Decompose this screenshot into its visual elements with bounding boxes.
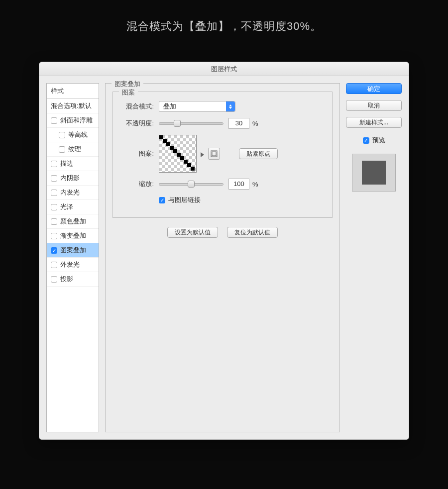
sidebar-checkbox-6[interactable] <box>51 204 57 210</box>
sidebar-item-8[interactable]: 渐变叠加 <box>47 229 99 243</box>
sidebar-checkbox-5[interactable] <box>51 190 57 196</box>
sidebar-item-5[interactable]: 内发光 <box>47 186 99 200</box>
sidebar-label-4: 内阴影 <box>60 174 80 183</box>
caption-text: 混合模式为【叠加】，不透明度30%。 <box>0 19 448 34</box>
pattern-overlay-fieldset: 图案叠加 图案 混合模式: 叠加 不透明度: <box>105 83 340 432</box>
blend-mode-label: 混合模式: <box>120 102 154 111</box>
sidebar-item-2[interactable]: 纹理 <box>47 142 99 157</box>
sidebar-label-2: 纹理 <box>68 145 81 154</box>
preview-checkbox[interactable]: ✓ <box>363 137 369 144</box>
sidebar-item-7[interactable]: 颜色叠加 <box>47 214 99 229</box>
set-default-button[interactable]: 设置为默认值 <box>167 227 218 238</box>
sidebar-label-9: 图案叠加 <box>60 246 86 255</box>
sidebar-checkbox-9[interactable]: ✓ <box>51 247 57 254</box>
scale-row: 缩放: 100 % <box>120 179 325 190</box>
ok-button[interactable]: 确定 <box>346 83 402 94</box>
new-preset-icon[interactable] <box>208 148 220 160</box>
sidebar-label-1: 等高线 <box>68 130 88 139</box>
opacity-label: 不透明度: <box>120 119 154 128</box>
sidebar-label-7: 颜色叠加 <box>60 217 86 226</box>
style-sidebar: 样式 混合选项:默认 斜面和浮雕等高线纹理描边内阴影内发光光泽颜色叠加渐变叠加✓… <box>46 83 99 432</box>
sidebar-label-6: 光泽 <box>60 202 73 211</box>
main-panel: 图案叠加 图案 混合模式: 叠加 不透明度: <box>105 83 340 432</box>
dialog-body: 样式 混合选项:默认 斜面和浮雕等高线纹理描边内阴影内发光光泽颜色叠加渐变叠加✓… <box>39 76 409 439</box>
sidebar-item-11[interactable]: 投影 <box>47 272 99 287</box>
pattern-fieldset: 图案 混合模式: 叠加 不透明度: <box>112 92 333 218</box>
sidebar-label-3: 描边 <box>60 159 73 168</box>
new-style-button[interactable]: 新建样式... <box>346 117 402 128</box>
sidebar-checkbox-10[interactable] <box>51 262 57 268</box>
sidebar-item-9[interactable]: ✓图案叠加 <box>47 243 99 258</box>
sidebar-item-3[interactable]: 描边 <box>47 157 99 171</box>
link-layer-label: 与图层链接 <box>168 196 201 204</box>
sidebar-label-0: 斜面和浮雕 <box>60 116 93 125</box>
preview-label: 预览 <box>372 136 385 145</box>
sidebar-checkbox-8[interactable] <box>51 233 57 239</box>
svg-rect-1 <box>212 152 216 156</box>
sidebar-item-10[interactable]: 外发光 <box>47 258 99 272</box>
sidebar-item-1[interactable]: 等高线 <box>47 128 99 142</box>
right-column: 确定 取消 新建样式... ✓ 预览 <box>346 83 402 432</box>
percent-label: % <box>252 120 258 127</box>
sidebar-blending-options[interactable]: 混合选项:默认 <box>47 99 99 113</box>
preview-row: ✓ 预览 <box>346 136 402 145</box>
link-layer-checkbox[interactable]: ✓ <box>159 197 165 203</box>
link-row: ✓ 与图层链接 <box>159 196 325 204</box>
cancel-button[interactable]: 取消 <box>346 100 402 111</box>
sidebar-label-10: 外发光 <box>60 260 80 269</box>
sidebar-checkbox-7[interactable] <box>51 218 57 225</box>
sidebar-checkbox-3[interactable] <box>51 161 57 167</box>
layer-style-dialog: 图层样式 样式 混合选项:默认 斜面和浮雕等高线纹理描边内阴影内发光光泽颜色叠加… <box>39 62 409 440</box>
scale-input[interactable]: 100 <box>228 179 249 190</box>
select-chevron-icon <box>226 101 235 111</box>
fieldset-legend: 图案叠加 <box>112 80 143 89</box>
scale-slider[interactable] <box>159 180 224 188</box>
scale-label: 缩放: <box>120 180 154 189</box>
sidebar-label-11: 投影 <box>60 275 73 284</box>
sidebar-item-6[interactable]: 光泽 <box>47 200 99 214</box>
blend-mode-select[interactable]: 叠加 <box>159 101 235 112</box>
sidebar-checkbox-2[interactable] <box>59 146 65 153</box>
opacity-slider[interactable] <box>159 119 224 127</box>
opacity-input[interactable]: 30 <box>228 118 249 129</box>
inner-legend: 图案 <box>119 88 138 97</box>
sidebar-label-8: 渐变叠加 <box>60 231 86 240</box>
dialog-title: 图层样式 <box>39 62 409 76</box>
pattern-dropdown-icon[interactable] <box>201 151 204 156</box>
pattern-swatch[interactable] <box>159 135 197 173</box>
blend-mode-value: 叠加 <box>163 102 176 111</box>
sidebar-item-0[interactable]: 斜面和浮雕 <box>47 113 99 128</box>
blend-mode-row: 混合模式: 叠加 <box>120 101 325 112</box>
sidebar-label-5: 内发光 <box>60 188 80 197</box>
sidebar-checkbox-11[interactable] <box>51 276 57 283</box>
sidebar-header[interactable]: 样式 <box>47 84 99 99</box>
default-buttons-row: 设置为默认值 复位为默认值 <box>112 227 333 238</box>
pattern-row: 图案: 贴紧原点 <box>120 135 325 173</box>
percent-label-2: % <box>252 181 258 188</box>
snap-origin-button[interactable]: 贴紧原点 <box>239 148 278 159</box>
sidebar-checkbox-4[interactable] <box>51 175 57 182</box>
sidebar-item-4[interactable]: 内阴影 <box>47 171 99 186</box>
reset-default-button[interactable]: 复位为默认值 <box>227 227 278 238</box>
pattern-label: 图案: <box>120 149 154 158</box>
preview-thumbnail <box>352 154 396 192</box>
opacity-row: 不透明度: 30 % <box>120 118 325 129</box>
sidebar-checkbox-0[interactable] <box>51 117 57 124</box>
sidebar-checkbox-1[interactable] <box>59 132 65 138</box>
